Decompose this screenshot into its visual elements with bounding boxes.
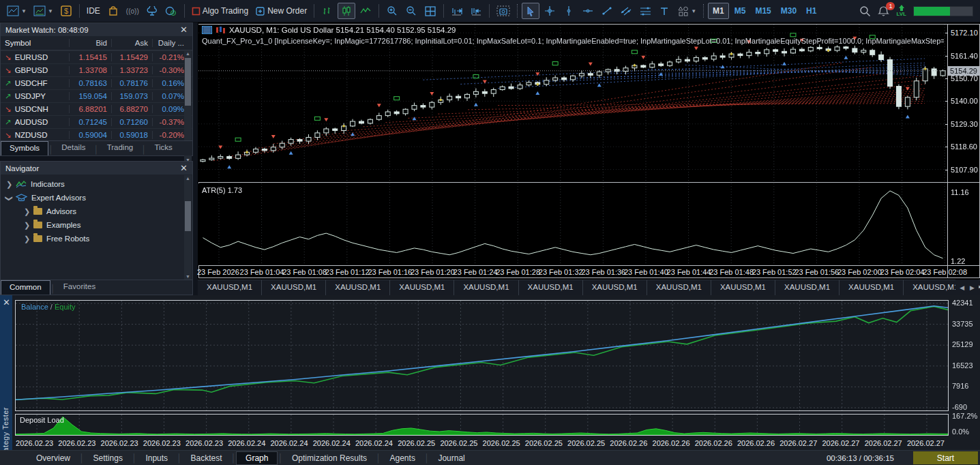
market-watch-button[interactable]: $ [57, 3, 75, 19]
chart-tab[interactable]: XAUUSD,M1 [840, 280, 904, 295]
deposit-load-canvas[interactable] [16, 415, 948, 435]
horizontal-line-tool-button[interactable] [579, 3, 597, 19]
vertical-line-tool-button[interactable] [560, 3, 578, 19]
date-axis-label: 2026.02.27 [779, 439, 817, 447]
chevron-collapsed-icon[interactable]: ❯ [24, 207, 29, 216]
algo-trading-button[interactable]: Algo Trading [189, 3, 251, 19]
signals-icon[interactable]: ((o)) [123, 3, 142, 19]
date-axis-label: 2026.02.27 [822, 439, 859, 447]
tab-details[interactable]: Details [53, 141, 93, 155]
zoom-in-button[interactable] [383, 3, 401, 19]
tester-tab-overview[interactable]: Overview [27, 451, 79, 465]
tree-item-free-robots[interactable]: ❯Free Robots [1, 232, 192, 245]
scrollbar[interactable]: ▲▼ [184, 175, 192, 280]
notifications-icon[interactable]: 1 [878, 5, 889, 17]
chart-tab[interactable]: XAUUSD,M1 [326, 280, 390, 295]
cloud-icon[interactable] [143, 3, 161, 19]
tester-tab-inputs[interactable]: Inputs [136, 451, 177, 465]
chart-tab[interactable]: XAUUSD,M1 [519, 280, 583, 295]
tile-windows-button[interactable] [421, 3, 439, 19]
strategy-tester-sidebar[interactable]: ✕ Strategy Tester [0, 295, 12, 465]
chart-tab[interactable]: XAUUSD,M1 [262, 280, 326, 295]
table-row[interactable]: ↘USDCNH6.882016.882700.09% [1, 102, 192, 115]
zoom-out-button[interactable] [402, 3, 420, 19]
price-chart-canvas[interactable] [198, 25, 947, 182]
chevron-expanded-icon[interactable]: ❯ [5, 195, 14, 200]
tree-item-label: Expert Advisors [31, 194, 86, 202]
tester-tab-optimization-results[interactable]: Optimization Results [283, 451, 376, 465]
chevron-collapsed-icon[interactable]: ❯ [6, 180, 12, 189]
screenshot-button[interactable] [494, 3, 513, 19]
table-row[interactable]: ↘NZDUSD0.590040.59018-0.20% [1, 128, 192, 141]
tester-tab-journal[interactable]: Journal [429, 451, 473, 465]
fibonacci-tool-button[interactable] [636, 3, 654, 19]
chart-profiles-button[interactable]: ▼ [31, 3, 56, 19]
chevron-collapsed-icon[interactable]: ❯ [24, 235, 29, 243]
table-row[interactable]: ↘GBPUSD1.337081.33723-0.30% [1, 63, 192, 76]
chart-tab[interactable]: XAUUSD,M1 [198, 280, 262, 295]
tree-item-indicators[interactable]: ❯Indicators [1, 177, 192, 191]
ide-button[interactable]: IDE [84, 3, 103, 19]
table-row[interactable]: ↗USDCHF0.781630.781760.16% [1, 76, 192, 89]
tab-favorites[interactable]: Favorites [55, 280, 104, 295]
chevron-collapsed-icon[interactable]: ❯ [24, 221, 29, 230]
tab-trading[interactable]: Trading [99, 141, 142, 155]
time-axis-label: 23 Feb 01:16 [368, 268, 412, 276]
channel-tool-button[interactable] [617, 3, 635, 19]
timeframe-h1[interactable]: H1 [802, 6, 820, 16]
timeframe-m5[interactable]: M5 [730, 6, 750, 16]
chart-shift-button[interactable] [467, 3, 485, 19]
text-tool-button[interactable] [655, 3, 673, 19]
date-axis-label: 2026.02.23 [185, 439, 223, 447]
market-store-icon[interactable] [104, 3, 122, 19]
shapes-tool-button[interactable]: ▼ [674, 3, 699, 19]
table-row[interactable]: ↗AUDUSD0.712450.71260-0.37% [1, 115, 192, 128]
chart-tab-scroll-arrows[interactable]: ◀▶ [955, 280, 979, 295]
tester-tab-agents[interactable]: Agents [381, 451, 424, 465]
tree-item-expert-advisors[interactable]: ❯Expert Advisors [1, 191, 192, 205]
timeframe-m1[interactable]: M1 [708, 3, 729, 19]
close-icon[interactable]: ✕ [3, 298, 10, 307]
table-row[interactable]: ↘EURUSD1.154151.15429-0.21% [1, 50, 192, 63]
chart-tab[interactable]: XAUUSD,M1 [390, 280, 454, 295]
tree-item-examples[interactable]: ❯Examples [1, 218, 192, 232]
community-icon[interactable] [162, 3, 180, 19]
bar-chart-mode-button[interactable] [318, 3, 336, 19]
search-icon[interactable] [859, 5, 871, 17]
new-order-button[interactable]: New Order [252, 3, 310, 19]
close-icon[interactable]: ✕ [180, 164, 188, 172]
start-button[interactable]: Start [913, 451, 978, 464]
close-icon[interactable]: ✕ [180, 25, 188, 34]
backtest-time-progress: 00:36:13 / 00:36:15 [827, 454, 894, 462]
tester-tab-settings[interactable]: Settings [85, 451, 132, 465]
trendline-tool-button[interactable] [598, 3, 616, 19]
deposit-top-label: 167.2% [952, 412, 977, 420]
new-chart-button[interactable]: ▼ [4, 3, 29, 19]
candlestick-mode-button[interactable] [338, 3, 355, 19]
atr-indicator-canvas[interactable] [198, 183, 947, 265]
crosshair-tool-button[interactable] [541, 3, 559, 19]
table-row[interactable]: ↗USDJPY159.054159.0730.07% [1, 89, 192, 102]
cursor-tool-button[interactable] [522, 3, 539, 19]
chart-tab[interactable]: XAUUSD,M1 [647, 280, 711, 295]
tester-tab-graph[interactable]: Graph [236, 451, 278, 465]
tab-common[interactable]: Common [1, 280, 50, 295]
balance-equity-canvas[interactable] [16, 301, 948, 410]
chart-tab[interactable]: XAUUSD,M1 [775, 280, 840, 295]
chart-tab[interactable]: XAUUSD,M1 [583, 280, 647, 295]
daily-cell: -0.21% [152, 53, 188, 61]
chart-icon [202, 26, 212, 34]
tester-tab-backtest[interactable]: Backtest [182, 451, 231, 465]
levels-icon[interactable]: LVL [896, 5, 906, 17]
timeframe-m15[interactable]: M15 [751, 6, 775, 16]
chart-tab[interactable]: XAUUSD,M1 [454, 280, 518, 295]
auto-scroll-button[interactable] [448, 3, 466, 19]
tree-item-advisors[interactable]: ❯Advisors [1, 205, 192, 218]
tab-ticks[interactable]: Ticks [146, 141, 180, 155]
chart-tab[interactable]: XAUUSD,M1 [711, 280, 775, 295]
ask-cell: 0.59018 [111, 131, 152, 139]
timeframe-m30[interactable]: M30 [777, 6, 801, 16]
tab-symbols[interactable]: Symbols [1, 141, 48, 155]
line-chart-mode-button[interactable] [357, 3, 374, 19]
chart-window[interactable]: XAUUSD, M1: Gold US Dollar 5154.21 5154.… [198, 22, 980, 280]
